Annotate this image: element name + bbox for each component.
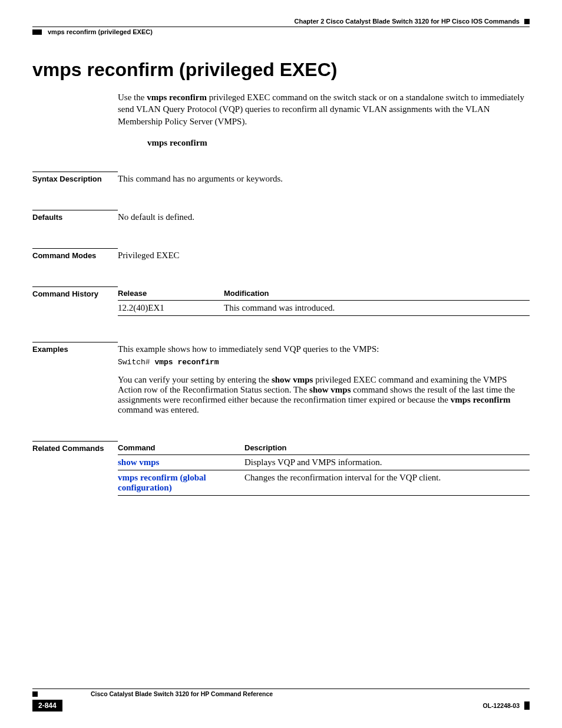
- section-label: Syntax Description: [32, 172, 118, 183]
- section-label: Command History: [32, 287, 118, 298]
- section-label: Defaults: [32, 210, 118, 222]
- example-intro: This example shows how to immediately se…: [118, 344, 530, 354]
- table-header: Description: [244, 441, 530, 455]
- table-header-row: Command Description: [118, 441, 530, 455]
- breadcrumb-text: vmps reconfirm (privileged EXEC): [48, 28, 153, 35]
- history-table: Release Modification 12.2(40)EX1 This co…: [118, 286, 530, 316]
- table-cell: show vmps: [118, 454, 244, 470]
- section-defaults: Defaults No default is defined.: [32, 210, 530, 222]
- section-content: This command has no arguments or keyword…: [118, 172, 530, 184]
- table-cell: This command was introduced.: [224, 300, 530, 315]
- chapter-text: Chapter 2 Cisco Catalyst Blade Switch 31…: [295, 18, 520, 25]
- intro-pre: Use the: [118, 93, 147, 102]
- syntax-command: vmps reconfirm: [147, 138, 530, 148]
- bold-text: show vmps: [309, 385, 351, 394]
- code-prompt: Switch#: [118, 358, 154, 367]
- intro-cmd: vmps reconfirm: [147, 93, 207, 102]
- page: Chapter 2 Cisco Catalyst Blade Switch 31…: [0, 0, 562, 728]
- bold-text: vmps reconfirm: [451, 395, 511, 404]
- table-row: show vmps Displays VQP and VMPS informat…: [118, 454, 530, 470]
- table-cell: Changes the reconfirmation interval for …: [244, 470, 530, 495]
- page-number: 2-844: [32, 700, 62, 711]
- section-label: Examples: [32, 342, 118, 354]
- header-square-icon: [524, 19, 530, 24]
- table-cell: vmps reconfirm (global configuration): [118, 470, 244, 495]
- table-header: Command: [118, 441, 244, 455]
- table-header: Release: [118, 286, 224, 301]
- section-syntax-description: Syntax Description This command has no a…: [32, 172, 530, 184]
- table-cell: 12.2(40)EX1: [118, 300, 224, 315]
- header-breadcrumb-line: vmps reconfirm (privileged EXEC): [32, 28, 530, 35]
- table-row: vmps reconfirm (global configuration) Ch…: [118, 470, 530, 495]
- related-table: Command Description show vmps Displays V…: [118, 441, 530, 496]
- footer-bottom: 2-844 OL-12248-03: [32, 700, 530, 711]
- bold-text: show vmps: [272, 375, 313, 384]
- section-related-commands: Related Commands Command Description sho…: [32, 441, 530, 496]
- footer-square-icon: [32, 691, 38, 697]
- code-command: vmps reconfirm: [154, 358, 219, 367]
- section-command-modes: Command Modes Privileged EXEC: [32, 248, 530, 261]
- section-examples: Examples This example shows how to immed…: [32, 342, 530, 415]
- footer: Cisco Catalyst Blade Switch 3120 for HP …: [32, 689, 530, 711]
- section-command-history: Command History Release Modification 12.…: [32, 286, 530, 316]
- doc-id: OL-12248-03: [483, 702, 520, 709]
- breadcrumb-square-icon: [32, 29, 42, 35]
- page-title: vmps reconfirm (privileged EXEC): [32, 59, 530, 81]
- text: You can verify your setting by entering …: [118, 375, 272, 384]
- body: Use the vmps reconfirm privileged EXEC c…: [118, 91, 530, 148]
- section-label: Related Commands: [32, 442, 118, 453]
- footer-top: Cisco Catalyst Blade Switch 3120 for HP …: [32, 689, 530, 697]
- text: command was entered.: [118, 405, 199, 414]
- intro-paragraph: Use the vmps reconfirm privileged EXEC c…: [118, 91, 530, 127]
- section-content: This example shows how to immediately se…: [118, 342, 530, 415]
- example-paragraph: You can verify your setting by entering …: [118, 375, 530, 415]
- table-header: Modification: [224, 286, 530, 301]
- table-cell: Displays VQP and VMPS information.: [244, 454, 530, 470]
- footer-book-title: Cisco Catalyst Blade Switch 3120 for HP …: [91, 690, 273, 697]
- example-code: Switch# vmps reconfirm: [118, 358, 530, 367]
- related-link[interactable]: show vmps: [118, 457, 159, 467]
- footer-bar-icon: [524, 701, 530, 710]
- section-content: No default is defined.: [118, 210, 530, 222]
- section-label: Command Modes: [32, 249, 118, 260]
- section-content: Privileged EXEC: [118, 248, 530, 261]
- header-chapter-line: Chapter 2 Cisco Catalyst Blade Switch 31…: [32, 18, 530, 27]
- table-row: 12.2(40)EX1 This command was introduced.: [118, 300, 530, 315]
- related-link[interactable]: vmps reconfirm (global configuration): [118, 473, 206, 492]
- table-header-row: Release Modification: [118, 286, 530, 301]
